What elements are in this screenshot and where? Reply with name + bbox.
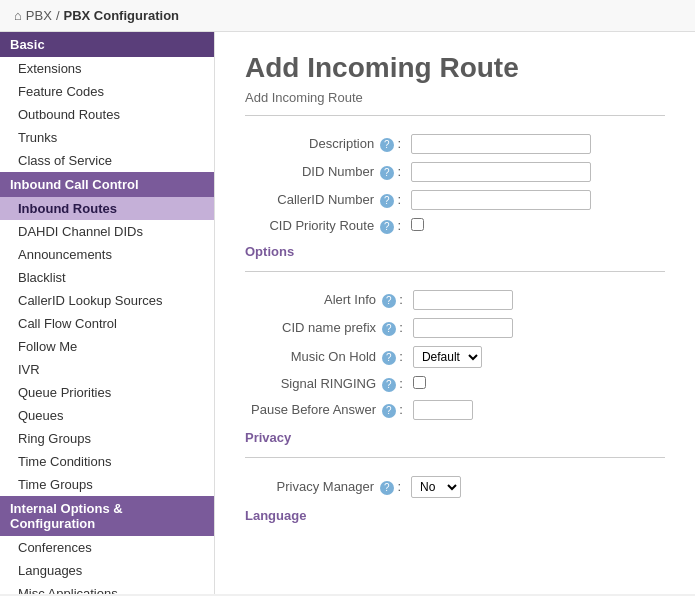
music-on-hold-info-icon[interactable]: ? — [382, 351, 396, 365]
form-table-options: Alert Info ? : CID name prefix ? : — [245, 286, 665, 424]
callerid-number-cell — [405, 186, 665, 214]
sidebar-item-callerid-lookup-sources[interactable]: CallerID Lookup Sources — [0, 289, 214, 312]
cid-name-prefix-label: CID name prefix ? : — [245, 314, 407, 342]
privacy-section-label: Privacy — [245, 424, 665, 447]
signal-ringing-cell — [407, 372, 665, 396]
sidebar-item-dahdi-channel-dids[interactable]: DAHDI Channel DIDs — [0, 220, 214, 243]
description-cell — [405, 130, 665, 158]
description-label: Description ? : — [245, 130, 405, 158]
language-section-label: Language — [245, 502, 665, 525]
description-input[interactable] — [411, 134, 591, 154]
home-icon: ⌂ — [14, 8, 22, 23]
sidebar-item-ivr[interactable]: IVR — [0, 358, 214, 381]
sidebar-item-follow-me[interactable]: Follow Me — [0, 335, 214, 358]
signal-ringing-checkbox[interactable] — [413, 376, 426, 389]
main-content: Add Incoming Route Add Incoming Route De… — [215, 32, 695, 594]
sidebar-item-class-of-service[interactable]: Class of Service — [0, 149, 214, 172]
breadcrumb-sep: / — [56, 8, 60, 23]
divider-options — [245, 271, 665, 272]
did-number-input[interactable] — [411, 162, 591, 182]
sidebar-item-time-groups[interactable]: Time Groups — [0, 473, 214, 496]
sidebar-item-feature-codes[interactable]: Feature Codes — [0, 80, 214, 103]
options-section-label: Options — [245, 238, 665, 261]
pause-before-answer-label: Pause Before Answer ? : — [245, 396, 407, 424]
breadcrumb-pbx[interactable]: PBX — [26, 8, 52, 23]
cid-priority-cell — [405, 214, 665, 238]
sidebar-item-conferences[interactable]: Conferences — [0, 536, 214, 559]
sidebar-item-call-flow-control[interactable]: Call Flow Control — [0, 312, 214, 335]
cid-name-prefix-info-icon[interactable]: ? — [382, 322, 396, 336]
cid-priority-checkbox[interactable] — [411, 218, 424, 231]
privacy-manager-info-icon[interactable]: ? — [380, 481, 394, 495]
sidebar-item-outbound-routes[interactable]: Outbound Routes — [0, 103, 214, 126]
callerid-number-info-icon[interactable]: ? — [380, 194, 394, 208]
sidebar-item-ring-groups[interactable]: Ring Groups — [0, 427, 214, 450]
callerid-number-input[interactable] — [411, 190, 591, 210]
sidebar-item-blacklist[interactable]: Blacklist — [0, 266, 214, 289]
form-table-privacy: Privacy Manager ? : No Yes — [245, 472, 665, 502]
privacy-manager-select[interactable]: No Yes — [411, 476, 461, 498]
cid-priority-info-icon[interactable]: ? — [380, 220, 394, 234]
sidebar-group-basic: Basic — [0, 32, 214, 57]
did-number-cell — [405, 158, 665, 186]
did-number-info-icon[interactable]: ? — [380, 166, 394, 180]
sidebar-item-announcements[interactable]: Announcements — [0, 243, 214, 266]
music-on-hold-select[interactable]: Default — [413, 346, 482, 368]
cid-name-prefix-cell — [407, 314, 665, 342]
form-table-top: Description ? : DID Number ? : — [245, 130, 665, 238]
pause-before-answer-info-icon[interactable]: ? — [382, 404, 396, 418]
sidebar-item-queues[interactable]: Queues — [0, 404, 214, 427]
description-info-icon[interactable]: ? — [380, 138, 394, 152]
alert-info-label: Alert Info ? : — [245, 286, 407, 314]
pause-before-answer-input[interactable] — [413, 400, 473, 420]
callerid-number-label: CallerID Number ? : — [245, 186, 405, 214]
sidebar-item-trunks[interactable]: Trunks — [0, 126, 214, 149]
breadcrumb: ⌂ PBX / PBX Configuration — [0, 0, 695, 32]
sidebar-item-time-conditions[interactable]: Time Conditions — [0, 450, 214, 473]
signal-ringing-info-icon[interactable]: ? — [382, 378, 396, 392]
breadcrumb-current: PBX Configuration — [64, 8, 180, 23]
sidebar-item-queue-priorities[interactable]: Queue Priorities — [0, 381, 214, 404]
sidebar-item-extensions[interactable]: Extensions — [0, 57, 214, 80]
sidebar-item-inbound-routes[interactable]: Inbound Routes — [0, 197, 214, 220]
page-title: Add Incoming Route — [245, 52, 665, 84]
privacy-manager-label: Privacy Manager ? : — [245, 472, 405, 502]
section-subtitle: Add Incoming Route — [245, 90, 665, 105]
alert-info-icon[interactable]: ? — [382, 294, 396, 308]
pause-before-answer-cell — [407, 396, 665, 424]
signal-ringing-label: Signal RINGING ? : — [245, 372, 407, 396]
did-number-label: DID Number ? : — [245, 158, 405, 186]
divider-top — [245, 115, 665, 116]
alert-info-input[interactable] — [413, 290, 513, 310]
privacy-manager-cell: No Yes — [405, 472, 665, 502]
music-on-hold-label: Music On Hold ? : — [245, 342, 407, 372]
cid-priority-label: CID Priority Route ? : — [245, 214, 405, 238]
cid-name-prefix-input[interactable] — [413, 318, 513, 338]
music-on-hold-cell: Default — [407, 342, 665, 372]
sidebar-group-inbound-call-control: Inbound Call Control — [0, 172, 214, 197]
sidebar-item-languages[interactable]: Languages — [0, 559, 214, 582]
sidebar: Basic Extensions Feature Codes Outbound … — [0, 32, 215, 594]
divider-privacy — [245, 457, 665, 458]
alert-info-cell — [407, 286, 665, 314]
sidebar-group-internal-options: Internal Options &Configuration — [0, 496, 214, 536]
sidebar-item-misc-applications[interactable]: Misc Applications — [0, 582, 214, 594]
